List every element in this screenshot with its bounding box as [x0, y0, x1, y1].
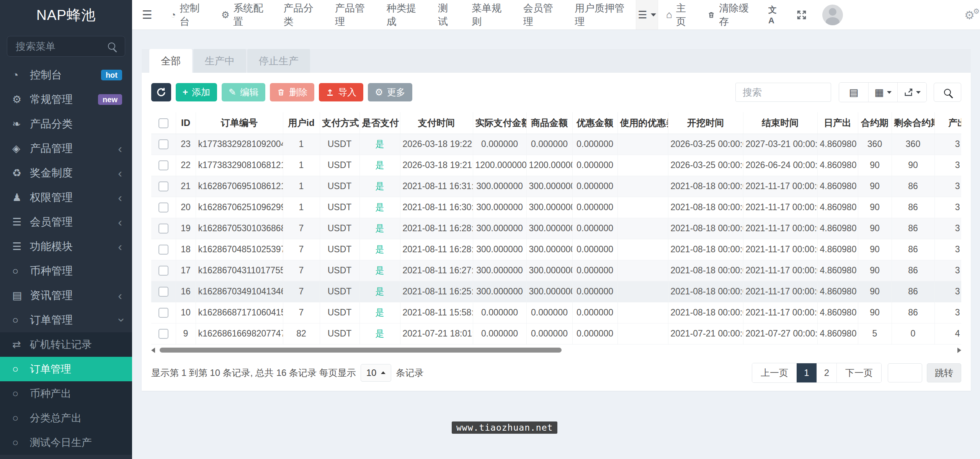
column-header[interactable]: 支付时间 [400, 112, 473, 134]
cell-daily-output: 4.860980 [817, 281, 858, 302]
row-checkbox[interactable] [158, 329, 168, 339]
sidebar-item[interactable]: ⚙ 常规管理 new [0, 87, 132, 112]
sidebar-subitem[interactable]: ○ 订单管理 [0, 357, 132, 381]
toggle-view-button[interactable]: ▤ [839, 83, 868, 102]
export-button[interactable] [897, 83, 926, 102]
sidebar-subitem[interactable]: ○ 测试今日生产 [0, 430, 132, 455]
top-nav-item[interactable]: 产品管理 [327, 0, 378, 30]
column-header[interactable]: 是否支付 [359, 112, 400, 134]
jump-page-input[interactable] [888, 363, 922, 382]
avatar[interactable] [822, 5, 843, 25]
prev-page-button[interactable]: 上一页 [752, 363, 797, 382]
cell-order-no: k162867069510861217 [196, 176, 283, 197]
column-header[interactable]: 商品金额 [526, 112, 572, 134]
cell-paid-amount: 0.000000 [473, 323, 526, 344]
scroll-left-icon[interactable] [151, 348, 155, 353]
row-checkbox[interactable] [158, 181, 168, 191]
cell-id: 20 [176, 197, 196, 218]
sidebar-item[interactable]: ☰ 会员管理 ‹ [0, 210, 132, 234]
row-checkbox[interactable] [158, 266, 168, 276]
cell-user-id: 1 [283, 155, 320, 176]
sidebar-item[interactable]: ♻ 奖金制度 ‹ [0, 161, 132, 185]
sidebar-item[interactable]: ❧ 产品分类 [0, 112, 132, 136]
row-checkbox[interactable] [158, 203, 168, 212]
sidebar-subitem[interactable]: ⇄ 矿机转让记录 [0, 332, 132, 357]
row-checkbox[interactable] [158, 308, 168, 318]
tab[interactable]: 生产中 [193, 49, 246, 73]
scrollbar-thumb[interactable] [160, 348, 562, 353]
column-header[interactable]: 日产出 [817, 112, 858, 134]
home-button[interactable]: ⌂主页 [658, 0, 699, 29]
top-nav-item[interactable]: 菜单规则 [464, 0, 515, 30]
select-all-checkbox[interactable] [158, 118, 168, 128]
column-header[interactable]: 合约期 [858, 112, 892, 134]
row-checkbox[interactable] [158, 224, 168, 234]
row-checkbox[interactable] [158, 160, 168, 170]
top-nav-item[interactable]: ◔ 控制台 [162, 0, 213, 30]
top-nav-item[interactable]: 种类提成 [379, 0, 430, 30]
sidebar-item[interactable]: ○ 币种管理 [0, 259, 132, 283]
scroll-right-icon[interactable] [957, 348, 961, 353]
page-number-button[interactable]: 2 [817, 363, 836, 382]
top-nav-item[interactable]: ⚙ 系统配置 [213, 0, 276, 30]
page-number-button[interactable]: 1 [797, 363, 817, 382]
next-page-button[interactable]: 下一页 [836, 363, 881, 382]
sidebar-search-input[interactable] [7, 36, 125, 57]
column-header[interactable]: 产出 [934, 112, 961, 134]
sidebar-item[interactable]: ♟ 权限管理 ‹ [0, 185, 132, 210]
sidebar-item[interactable]: ▤ 资讯管理 ‹ [0, 283, 132, 308]
refresh-button[interactable] [151, 83, 171, 101]
page-size-select[interactable]: 10 [361, 364, 392, 382]
fullscreen-button[interactable] [789, 0, 815, 29]
row-checkbox[interactable] [158, 245, 168, 255]
column-header[interactable]: 结束时间 [743, 112, 817, 134]
hamburger-icon[interactable]: ☰ [132, 8, 162, 21]
table-search-input[interactable] [735, 83, 831, 102]
delete-button[interactable]: 删除 [270, 83, 314, 101]
more-button[interactable]: ⚙更多 [368, 83, 412, 101]
row-checkbox[interactable] [158, 287, 168, 297]
column-header[interactable]: 优惠金额 [572, 112, 617, 134]
cell-pay-time: 2021-08-11 16:30:25 [400, 197, 473, 218]
language-button[interactable]: 文A [760, 0, 789, 29]
row-checkbox[interactable] [158, 139, 168, 149]
sidebar-item[interactable]: ☰ 功能模块 ‹ [0, 234, 132, 259]
column-header[interactable]: 使用的优惠券 [617, 112, 668, 134]
tab[interactable]: 停止生产 [247, 49, 310, 73]
clear-cache-button[interactable]: 清除缓存 [699, 0, 760, 29]
edit-button[interactable]: ✎编辑 [222, 83, 265, 101]
settings-toggle-button[interactable]: ⚙⚙ [964, 8, 975, 22]
top-nav-item[interactable]: 会员管理 [515, 0, 567, 30]
sidebar-item[interactable]: ◔ 控制台 hot [0, 63, 132, 87]
jump-button[interactable]: 跳转 [927, 363, 961, 382]
columns-button[interactable]: ▦ [868, 83, 897, 102]
cell-start-time: 2026-03-25 00:00:00 [668, 134, 743, 155]
column-header[interactable]: 开挖时间 [668, 112, 743, 134]
nav-overflow-dropdown[interactable]: ☰ [636, 0, 658, 29]
sidebar-item[interactable]: ◈ 产品管理 ‹ [0, 136, 132, 161]
column-header[interactable]: 支付方式 [320, 112, 359, 134]
refresh-icon [156, 87, 166, 97]
chevron-icon: ‹ [118, 240, 122, 253]
top-nav-item[interactable]: 用户质押管理 [567, 0, 636, 30]
cell-contract-period: 90 [858, 197, 892, 218]
column-header[interactable]: 实际支付金额 [473, 112, 526, 134]
column-header[interactable]: 订单编号 [196, 112, 283, 134]
cell-discount-amount: 0.000000 [572, 197, 617, 218]
sidebar-subitem[interactable]: ○ 分类总产出 [0, 406, 132, 430]
column-header[interactable]: ID [176, 112, 196, 134]
cell-end-time: 2021-11-17 00:00:00 [743, 239, 817, 260]
column-header[interactable]: 用户id [283, 112, 320, 134]
column-header[interactable]: 剩余合约期 [892, 112, 934, 134]
top-nav-item[interactable]: 测试 [430, 0, 464, 30]
search-submit-button[interactable] [934, 83, 961, 102]
sidebar-subitem-label: 矿机转让记录 [30, 338, 92, 351]
sidebar-subitem[interactable]: ○ 币种产出 [0, 381, 132, 406]
tab[interactable]: 全部 [149, 49, 192, 73]
cell-id: 10 [176, 302, 196, 323]
import-button[interactable]: 导入 [319, 83, 363, 101]
top-nav-item-icon: ⚙ [221, 10, 230, 20]
top-nav-item[interactable]: 产品分类 [276, 0, 327, 30]
add-button[interactable]: +添加 [176, 83, 217, 101]
sidebar-item[interactable]: ○ 订单管理 ‹ [0, 308, 132, 332]
